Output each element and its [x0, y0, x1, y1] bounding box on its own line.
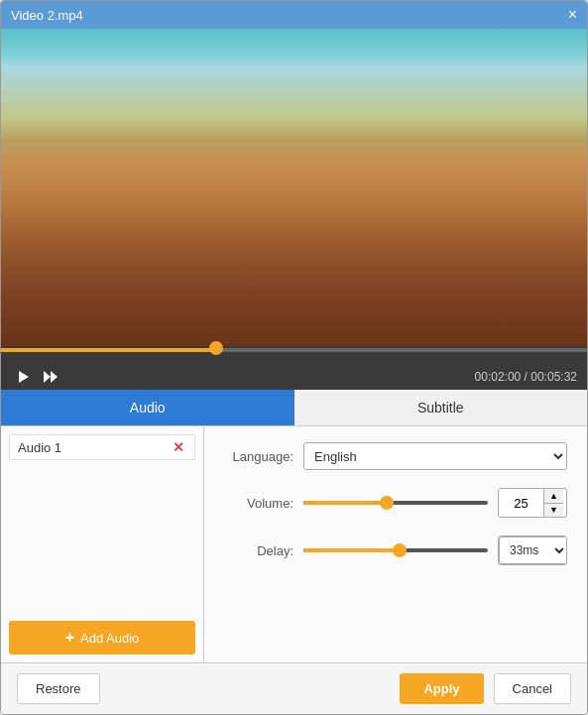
volume-spin-buttons: ▲ ▼ — [543, 489, 563, 517]
close-button[interactable]: × — [568, 7, 577, 23]
delay-label: Delay: — [224, 543, 294, 558]
progress-fill — [1, 348, 216, 352]
restore-button[interactable]: Restore — [17, 673, 100, 704]
fast-forward-button[interactable] — [37, 368, 64, 386]
audio-item: Audio 1 ✕ — [9, 434, 195, 460]
volume-track — [303, 501, 488, 505]
content-area: Audio 1 ✕ + Add Audio Language: English … — [1, 426, 587, 662]
volume-input[interactable] — [499, 489, 543, 517]
volume-down-button[interactable]: ▼ — [544, 504, 563, 518]
tab-subtitle[interactable]: Subtitle — [294, 390, 588, 425]
language-select[interactable]: English French Spanish German Chinese — [303, 442, 567, 470]
delay-input-wrap: 0ms 10ms 20ms 33ms 50ms 100ms — [498, 536, 567, 565]
window-title: Video 2.mp4 — [11, 8, 83, 23]
volume-slider[interactable] — [303, 493, 488, 513]
svg-marker-1 — [44, 371, 51, 383]
time-display: 00:02:00 / 00:05:32 — [475, 370, 577, 384]
delay-select[interactable]: 0ms 10ms 20ms 33ms 50ms 100ms — [499, 536, 567, 564]
add-audio-button[interactable]: + Add Audio — [9, 621, 195, 655]
footer-right: Apply Cancel — [400, 673, 571, 704]
volume-thumb[interactable] — [380, 496, 394, 510]
footer-bar: Restore Apply Cancel — [1, 662, 587, 714]
language-row: Language: English French Spanish German … — [224, 442, 567, 470]
add-icon: + — [65, 629, 74, 647]
title-bar: Video 2.mp4 × — [1, 1, 587, 29]
delay-track — [303, 548, 488, 552]
left-panel: Audio 1 ✕ + Add Audio — [1, 426, 204, 662]
controls-bar: 00:02:00 / 00:05:32 — [1, 364, 587, 390]
svg-marker-0 — [19, 371, 29, 383]
volume-up-button[interactable]: ▲ — [544, 489, 563, 504]
delay-slider[interactable] — [303, 540, 488, 560]
volume-fill — [303, 501, 387, 505]
delay-fill — [303, 548, 400, 552]
apply-button[interactable]: Apply — [400, 673, 483, 704]
play-button[interactable] — [11, 368, 37, 386]
svg-marker-2 — [51, 371, 58, 383]
cancel-button[interactable]: Cancel — [494, 673, 571, 704]
volume-row: Volume: ▲ ▼ — [224, 488, 567, 518]
volume-input-wrap: ▲ ▼ — [498, 488, 567, 518]
video-frame — [1, 29, 587, 346]
tab-audio[interactable]: Audio — [1, 390, 294, 425]
video-player — [1, 29, 587, 346]
tabs-row: Audio Subtitle — [1, 390, 587, 426]
progress-thumb[interactable] — [209, 341, 223, 355]
audio-item-label: Audio 1 — [18, 440, 61, 455]
main-window: Video 2.mp4 × 00:02:00 / 00:05:32 Audio … — [0, 0, 588, 715]
delay-thumb[interactable] — [393, 543, 407, 557]
right-panel: Language: English French Spanish German … — [204, 426, 587, 662]
language-label: Language: — [224, 449, 294, 464]
add-audio-label: Add Audio — [80, 631, 139, 646]
progress-bar-container[interactable] — [1, 346, 587, 364]
volume-label: Volume: — [224, 496, 294, 511]
delay-row: Delay: 0ms 10ms 20ms 33ms 50ms 100ms — [224, 536, 567, 565]
remove-audio-button[interactable]: ✕ — [171, 439, 186, 455]
